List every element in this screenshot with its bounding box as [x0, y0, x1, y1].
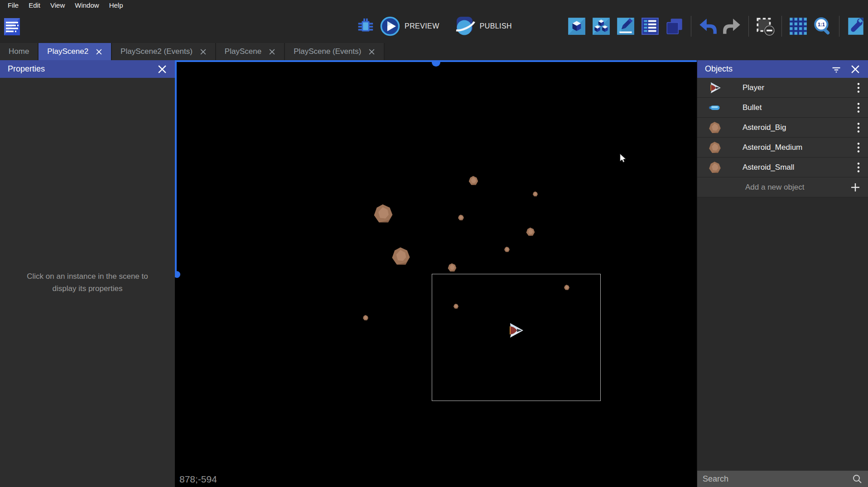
tab-playscene2[interactable]: PlayScene2	[39, 43, 112, 60]
scene-instance-asteroid[interactable]	[564, 284, 570, 291]
edit-scene-page-icon[interactable]	[615, 16, 636, 37]
dots-vertical-icon[interactable]	[856, 142, 861, 153]
object-row-bullet[interactable]: Bullet	[697, 98, 868, 118]
objects-search-input[interactable]	[703, 474, 852, 484]
close-icon[interactable]	[850, 64, 860, 74]
scene-properties-wrench-icon[interactable]	[845, 16, 866, 37]
objects-search-bar	[697, 471, 868, 487]
tab-label: PlayScene2 (Events)	[121, 47, 193, 56]
gdevelop-editor-window: FileEditViewWindowHelp PREVIEW PUBLISH 1…	[0, 0, 868, 487]
player-ship-icon	[708, 81, 722, 95]
dots-vertical-icon[interactable]	[856, 102, 861, 114]
publish-button[interactable]: PUBLISH	[455, 16, 512, 37]
scene-instance-asteroid[interactable]	[526, 227, 535, 237]
properties-empty-hint: Click on an instance in the scene to dis…	[27, 270, 148, 295]
close-icon[interactable]	[269, 48, 275, 55]
workspace: Properties Click on an instance in the s…	[0, 60, 868, 487]
vertical-scrollbar-thumb[interactable]	[175, 271, 180, 278]
layers-icon[interactable]	[664, 16, 685, 37]
object-label: Asteroid_Medium	[743, 143, 856, 152]
menu-bar: FileEditViewWindowHelp	[0, 0, 868, 10]
bullet-icon	[708, 101, 722, 115]
object-label: Asteroid_Small	[743, 163, 856, 172]
objects-panel-title: Objects	[705, 64, 822, 74]
debugger-icon[interactable]	[356, 17, 375, 36]
tab-home[interactable]: Home	[0, 43, 39, 60]
svg-text:1:1: 1:1	[818, 22, 825, 27]
preview-label: PREVIEW	[405, 22, 439, 30]
play-circle-icon	[380, 16, 400, 37]
menu-item-window[interactable]: Window	[70, 1, 104, 10]
tab-playscene[interactable]: PlayScene	[216, 43, 285, 60]
mouse-cursor-icon	[618, 153, 629, 163]
scene-instance-asteroid[interactable]	[532, 191, 538, 197]
toolbar-divider	[781, 16, 782, 37]
publish-globe-icon	[455, 16, 476, 37]
redo-icon[interactable]	[722, 16, 743, 37]
properties-panel-body: Click on an instance in the scene to dis…	[0, 78, 175, 487]
properties-panel-header: Properties	[0, 60, 175, 78]
properties-list-icon[interactable]	[640, 16, 661, 37]
horizontal-scrollbar-thumb[interactable]	[432, 61, 440, 67]
hint-line-1: Click on an instance in the scene to	[27, 270, 148, 282]
scene-instance-player[interactable]	[506, 321, 525, 339]
undo-icon[interactable]	[697, 16, 718, 37]
filter-icon[interactable]	[830, 64, 842, 74]
object-row-asteroid-big[interactable]: Asteroid_Big	[697, 118, 868, 138]
dots-vertical-icon[interactable]	[856, 162, 861, 173]
close-icon[interactable]	[157, 64, 167, 74]
scene-instance-asteroid[interactable]	[362, 315, 369, 321]
properties-panel-title: Properties	[8, 64, 149, 74]
objects-panel-header: Objects	[697, 60, 868, 78]
tab-label: PlayScene (Events)	[294, 47, 361, 56]
add-object-row[interactable]: Add a new object	[697, 177, 868, 197]
vertical-scrollbar-track[interactable]	[175, 60, 177, 275]
close-icon[interactable]	[368, 48, 375, 55]
toolbar-divider	[691, 16, 691, 37]
objects-list: PlayerBulletAsteroid_BigAsteroid_MediumA…	[697, 78, 868, 177]
toolbar-divider	[748, 16, 749, 37]
properties-panel: Properties Click on an instance in the s…	[0, 60, 175, 487]
publish-label: PUBLISH	[480, 22, 512, 30]
scene-canvas[interactable]: 878;-594	[175, 60, 697, 487]
object-row-player[interactable]: Player	[697, 78, 868, 98]
objects-panel-spacer	[697, 197, 868, 471]
scene-instance-asteroid[interactable]	[372, 203, 394, 224]
main-toolbar: PREVIEW PUBLISH 1:1	[0, 10, 868, 43]
objects-panel: Objects PlayerBulletAsteroid_BigAsteroid…	[697, 60, 868, 487]
scene-instance-asteroid[interactable]	[453, 303, 459, 309]
asteroid-icon	[708, 161, 722, 174]
scene-instance-asteroid[interactable]	[391, 246, 411, 267]
menu-item-file[interactable]: File	[3, 1, 24, 10]
close-icon[interactable]	[96, 48, 102, 55]
scene-instance-asteroid[interactable]	[447, 263, 457, 272]
grid-icon[interactable]	[788, 16, 809, 37]
zoom-1to1-icon[interactable]: 1:1	[812, 16, 833, 37]
scene-instance-asteroid[interactable]	[458, 214, 464, 221]
hint-line-2: display its properties	[27, 282, 148, 295]
tab-label: PlayScene	[225, 47, 261, 56]
menu-item-help[interactable]: Help	[104, 1, 128, 10]
close-icon[interactable]	[200, 48, 207, 55]
tab-playscene-events[interactable]: PlayScene (Events)	[285, 43, 385, 60]
cursor-coordinates-label: 878;-594	[179, 474, 217, 485]
object-row-asteroid-small[interactable]: Asteroid_Small	[697, 158, 868, 177]
tab-label: PlayScene2	[47, 47, 88, 56]
dots-vertical-icon[interactable]	[856, 82, 861, 94]
asteroid-icon	[708, 121, 722, 134]
menu-item-view[interactable]: View	[45, 1, 70, 10]
object-row-asteroid-medium[interactable]: Asteroid_Medium	[697, 138, 868, 158]
new-object-page-icon[interactable]	[566, 16, 587, 37]
object-label: Bullet	[743, 103, 856, 112]
add-object-label: Add a new object	[745, 183, 850, 192]
preview-button[interactable]: PREVIEW	[380, 16, 439, 37]
menu-item-edit[interactable]: Edit	[24, 1, 45, 10]
scene-instance-asteroid[interactable]	[504, 246, 510, 253]
tab-playscene2-events[interactable]: PlayScene2 (Events)	[112, 43, 216, 60]
dots-vertical-icon[interactable]	[856, 122, 861, 134]
asteroid-icon	[708, 141, 722, 154]
scene-instance-asteroid[interactable]	[468, 175, 479, 186]
deselect-icon[interactable]	[755, 16, 776, 37]
plus-icon	[850, 182, 861, 193]
objects-cubes-page-icon[interactable]	[591, 16, 612, 37]
